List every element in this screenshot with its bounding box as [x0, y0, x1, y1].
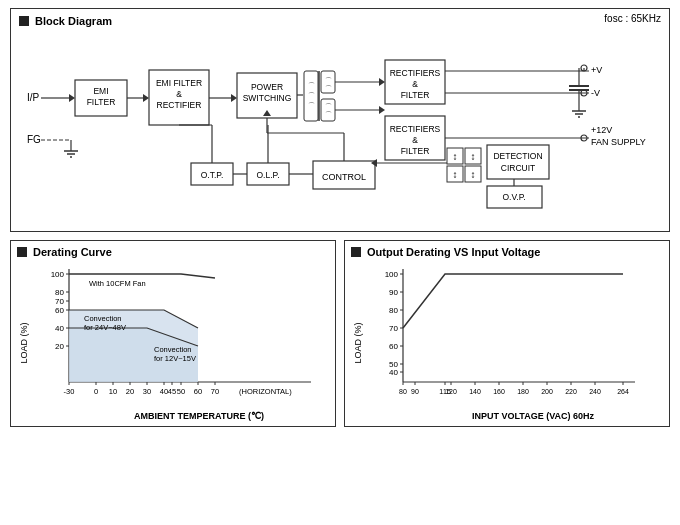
svg-marker-28 [379, 78, 385, 86]
svg-text:70: 70 [389, 324, 398, 333]
output-derating-header: Output Derating VS Input Voltage [351, 246, 663, 258]
svg-marker-30 [379, 106, 385, 114]
fan-label: With 10CFM Fan [89, 279, 146, 288]
output-derating-section: Output Derating VS Input Voltage LOAD (%… [344, 240, 670, 427]
svg-text:⌒: ⌒ [308, 102, 315, 109]
svg-marker-12 [231, 94, 237, 102]
svg-text:&: & [412, 79, 418, 89]
svg-text:⌒: ⌒ [325, 77, 332, 84]
svg-text:FILTER: FILTER [401, 90, 430, 100]
svg-text:↕: ↕ [453, 169, 458, 180]
svg-text:80: 80 [399, 388, 407, 395]
svg-text:RECTIFIERS: RECTIFIERS [390, 124, 441, 134]
svg-text:⌒: ⌒ [308, 82, 315, 89]
svg-text:&: & [176, 89, 182, 99]
svg-text:O.V.P.: O.V.P. [502, 192, 525, 202]
svg-text:30: 30 [143, 387, 151, 396]
svg-text:&: & [412, 135, 418, 145]
output-x-label-text: INPUT VOLTAGE (VAC) 60Hz [472, 411, 594, 421]
svg-text:60: 60 [389, 342, 398, 351]
derating-x-label-text: AMBIENT TEMPERATURE (℃) [134, 411, 264, 421]
svg-text:200: 200 [541, 388, 553, 395]
svg-text:SWITCHING: SWITCHING [243, 93, 292, 103]
svg-text:⌒: ⌒ [325, 111, 332, 118]
svg-text:50: 50 [177, 387, 185, 396]
svg-text:70: 70 [55, 297, 64, 306]
emi-filter-label2: FILTER [87, 97, 116, 107]
svg-text:80: 80 [55, 288, 64, 297]
svg-text:POWER: POWER [251, 82, 283, 92]
derating-curve-section: Derating Curve LOAD (%) 100 80 [10, 240, 336, 427]
output-derating-title: Output Derating VS Input Voltage [367, 246, 540, 258]
bottom-section: Derating Curve LOAD (%) 100 80 [10, 240, 670, 427]
output-y-label: LOAD (%) [353, 322, 363, 363]
output-derating-square [351, 247, 361, 257]
derating-curve-header: Derating Curve [17, 246, 329, 258]
svg-text:CONTROL: CONTROL [322, 172, 366, 182]
fg-label: FG [27, 134, 41, 145]
conv2448-label2: for 24V~48V [84, 323, 126, 332]
block-diagram-title: Block Diagram [35, 15, 112, 27]
svg-text:RECTIFIERS: RECTIFIERS [390, 68, 441, 78]
svg-text:FAN SUPPLY: FAN SUPPLY [591, 137, 646, 147]
ip-label: I/P [27, 92, 40, 103]
fosc-label: fosc : 65KHz [604, 13, 661, 24]
page: Block Diagram fosc : 65KHz I/P FG EMI FI… [0, 0, 680, 525]
svg-marker-7 [143, 94, 149, 102]
svg-text:60: 60 [194, 387, 202, 396]
svg-text:↕: ↕ [471, 169, 476, 180]
svg-text:10: 10 [109, 387, 117, 396]
svg-text:80: 80 [389, 306, 398, 315]
svg-text:+V: +V [591, 65, 602, 75]
svg-text:↕: ↕ [471, 151, 476, 162]
svg-text:FILTER: FILTER [401, 146, 430, 156]
svg-text:↕: ↕ [453, 151, 458, 162]
svg-text:40: 40 [55, 324, 64, 333]
svg-text:CIRCUIT: CIRCUIT [501, 163, 535, 173]
svg-text:40: 40 [389, 368, 398, 377]
block-diagram-svg: I/P FG EMI FILTER EMI FILTER & RECTIFIER [19, 33, 659, 223]
svg-text:⌒: ⌒ [325, 85, 332, 92]
svg-text:120: 120 [445, 388, 457, 395]
svg-text:⌒: ⌒ [308, 92, 315, 99]
conv1215-label1: Convection [154, 345, 192, 354]
svg-text:90: 90 [389, 288, 398, 297]
svg-text:90: 90 [411, 388, 419, 395]
svg-text:O.L.P.: O.L.P. [257, 170, 280, 180]
svg-text:+12V: +12V [591, 125, 612, 135]
svg-text:70: 70 [211, 387, 219, 396]
output-derating-line [403, 274, 623, 328]
svg-text:0: 0 [94, 387, 98, 396]
svg-text:264: 264 [617, 388, 629, 395]
svg-text:20: 20 [55, 342, 64, 351]
svg-text:60: 60 [55, 306, 64, 315]
svg-text:140: 140 [469, 388, 481, 395]
derating-y-label: LOAD (%) [19, 322, 29, 363]
svg-text:100: 100 [51, 270, 65, 279]
svg-text:160: 160 [493, 388, 505, 395]
block-diagram-header: Block Diagram [19, 15, 661, 27]
svg-text:DETECTION: DETECTION [493, 151, 542, 161]
svg-text:-30: -30 [64, 387, 75, 396]
svg-text:240: 240 [589, 388, 601, 395]
block-diagram-section: Block Diagram fosc : 65KHz I/P FG EMI FI… [10, 8, 670, 232]
svg-text:RECTIFIER: RECTIFIER [157, 100, 202, 110]
conv1215-label2: for 12V~15V [154, 354, 196, 363]
derating-square [17, 247, 27, 257]
svg-text:-V: -V [591, 88, 600, 98]
fan-10cfm-line [69, 274, 215, 278]
svg-text:O.T.P.: O.T.P. [201, 170, 224, 180]
derating-curve-svg: 100 80 70 60 40 20 [39, 264, 329, 409]
arrow-ip [69, 94, 75, 102]
emi-filter-label1: EMI [93, 86, 108, 96]
svg-text:20: 20 [126, 387, 134, 396]
derating-x-label: AMBIENT TEMPERATURE (℃) [69, 411, 329, 421]
conv2448-label1: Convection [84, 314, 122, 323]
svg-text:⌒: ⌒ [325, 103, 332, 110]
header-square [19, 16, 29, 26]
output-x-label: INPUT VOLTAGE (VAC) 60Hz [403, 411, 663, 421]
svg-text:EMI FILTER: EMI FILTER [156, 78, 202, 88]
derating-curve-title: Derating Curve [33, 246, 112, 258]
svg-text:220: 220 [565, 388, 577, 395]
svg-text:180: 180 [517, 388, 529, 395]
